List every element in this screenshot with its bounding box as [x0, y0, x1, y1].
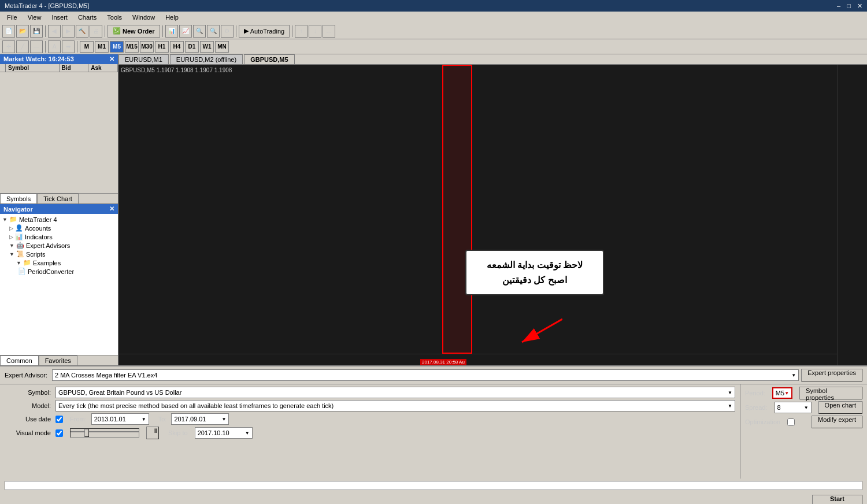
text-btn[interactable]: A — [48, 40, 61, 53]
from-value: 2013.01.01 — [94, 416, 126, 423]
expert-properties-btn[interactable]: Expert properties — [801, 369, 862, 381]
nav-label-metatrader4: MetaTrader 4 — [19, 216, 57, 223]
zoom-out-btn[interactable]: 🔍 — [207, 25, 220, 38]
market-watch: Market Watch: 16:24:53 ✕ Symbol Bid Ask … — [0, 54, 118, 203]
to-dropdown[interactable]: 2017.09.01 ▼ — [171, 413, 229, 425]
print-btn[interactable]: 🖨 — [90, 25, 102, 38]
hline-btn[interactable]: — — [30, 40, 43, 53]
zoom-in-btn[interactable]: 🔍 — [193, 25, 206, 38]
ea-dropdown[interactable]: 2 MA Crosses Mega filter EA V1.ex4 ▼ — [52, 369, 799, 381]
new-order-button[interactable]: 💹 New Order — [108, 25, 160, 38]
period-m[interactable]: M — [80, 41, 94, 53]
use-date-checkbox[interactable] — [55, 416, 63, 423]
minimize-btn[interactable]: – — [837, 2, 840, 9]
forward-btn[interactable]: ▶ — [62, 25, 75, 38]
nav-accounts[interactable]: ▷ 👤 Accounts — [8, 224, 117, 232]
chart-main[interactable]: GBPUSD,M5 1.1907 1.1908 1.1907 1.1908 لا… — [118, 65, 867, 365]
period-arrow-icon: ▼ — [784, 391, 789, 396]
chart-type-btn[interactable]: 📊 — [165, 25, 178, 38]
model-dropdown[interactable]: Every tick (the most precise method base… — [55, 400, 735, 412]
chart-tab-gbpusdm5[interactable]: GBPUSD,M5 — [244, 54, 294, 64]
speed-slider[interactable] — [70, 428, 139, 438]
period-m1[interactable]: M1 — [95, 41, 109, 53]
optimization-label: Optimization — [745, 418, 780, 425]
maximize-btn[interactable]: □ — [847, 2, 851, 9]
file-icon: 📄 — [18, 268, 26, 275]
menubar: File View Insert Charts Tools Window Hel… — [0, 12, 867, 23]
annotation-line2: اصبح كل دقيقتين — [476, 273, 594, 288]
menu-help[interactable]: Help — [161, 13, 183, 22]
from-label: From: — [70, 416, 87, 423]
nav-expert-advisors[interactable]: ▼ 🤖 Expert Advisors — [8, 241, 117, 250]
back-btn[interactable]: ◀ — [48, 25, 61, 38]
spread-dropdown[interactable]: 8 ▼ — [775, 402, 812, 413]
period-m30[interactable]: M30 — [140, 41, 154, 53]
nav-indicators[interactable]: ▷ 📊 Indicators — [8, 232, 117, 241]
new-btn[interactable]: 📄 — [2, 25, 15, 38]
dropdown-arrow-icon: ▼ — [791, 373, 796, 378]
autotrading-button[interactable]: ▶ AutoTrading — [239, 25, 290, 38]
model-value: Every tick (the most precise method base… — [58, 402, 334, 409]
menu-tools[interactable]: Tools — [102, 13, 127, 22]
menu-charts[interactable]: Charts — [73, 13, 101, 22]
script-icon: 📜 — [16, 250, 24, 258]
symbol-dropdown[interactable]: GBPUSD, Great Britain Pound vs US Dollar… — [55, 387, 735, 398]
period-mn[interactable]: MN — [215, 41, 229, 53]
menu-file[interactable]: File — [2, 13, 22, 22]
navigator-close-icon[interactable]: ✕ — [109, 205, 114, 213]
to-value: 2017.09.01 — [174, 416, 206, 423]
save-btn[interactable]: 💾 — [30, 25, 43, 38]
compile-btn[interactable]: 🔨 — [76, 25, 88, 38]
skip-to-dropdown[interactable]: 2017.10.10 ▼ — [195, 427, 253, 439]
arrow-btn[interactable]: ➡ — [62, 40, 75, 53]
sell-btn[interactable]: ↓ — [309, 25, 321, 38]
window-controls: – □ ✕ — [837, 2, 862, 10]
nav-tab-common[interactable]: Common — [0, 355, 39, 365]
start-button[interactable]: Start — [812, 495, 862, 504]
mw-tab-tick[interactable]: Tick Chart — [37, 194, 79, 203]
menu-window[interactable]: Window — [128, 13, 160, 22]
mw-tab-symbols[interactable]: Symbols — [0, 194, 37, 203]
nav-scripts[interactable]: ▼ 📜 Scripts — [8, 250, 117, 258]
crosshair-btn[interactable]: ✛ — [2, 40, 15, 53]
menu-insert[interactable]: Insert — [47, 13, 72, 22]
navigator: Navigator ✕ ▼ 📁 MetaTrader 4 ▷ 👤 Account… — [0, 203, 118, 365]
visual-mode-checkbox[interactable] — [55, 429, 63, 437]
buy-btn[interactable]: ↑ — [295, 25, 307, 38]
chart-tabs: EURUSD,M1 EURUSD,M2 (offline) GBPUSD,M5 — [118, 54, 867, 65]
tester-left: Symbol: GBPUSD, Great Britain Pound vs U… — [0, 384, 740, 479]
modify-expert-btn[interactable]: Modify expert — [812, 416, 862, 428]
open-btn[interactable]: 📂 — [16, 25, 29, 38]
nav-tab-favorites[interactable]: Favorites — [39, 355, 77, 365]
period-h4[interactable]: H4 — [170, 41, 184, 53]
nav-metatrader4[interactable]: ▼ 📁 MetaTrader 4 — [1, 215, 117, 224]
period-w1[interactable]: W1 — [200, 41, 214, 53]
visual-mode-row: Visual mode ⏸ Skip to 2017.10.10 ▼ — [5, 427, 735, 439]
properties-btn[interactable]: ⚙ — [221, 25, 234, 38]
main-content: Market Watch: 16:24:53 ✕ Symbol Bid Ask … — [0, 54, 867, 365]
optimization-checkbox[interactable] — [787, 418, 795, 426]
more-btn[interactable]: … — [323, 25, 335, 38]
to-arrow-icon: ▼ — [222, 417, 227, 422]
period-h1[interactable]: H1 — [155, 41, 169, 53]
period-m15[interactable]: M15 — [125, 41, 139, 53]
tester-body: Symbol: GBPUSD, Great Britain Pound vs U… — [0, 384, 867, 479]
mw-close-icon[interactable]: ✕ — [109, 55, 114, 63]
line-btn[interactable]: ╱ — [16, 40, 29, 53]
chart-tab-eurusdm1[interactable]: EURUSD,M1 — [118, 54, 169, 64]
symbol-properties-btn[interactable]: Symbol properties — [799, 387, 862, 399]
expand-icon: ▷ — [9, 225, 13, 231]
nav-examples[interactable]: ▼ 📁 Examples — [15, 258, 117, 267]
nav-period-converter[interactable]: 📄 PeriodConverter — [15, 267, 117, 276]
open-chart-btn[interactable]: Open chart — [818, 401, 862, 414]
menu-view[interactable]: View — [23, 13, 46, 22]
indicators-btn[interactable]: 📈 — [179, 25, 192, 38]
period-d1[interactable]: D1 — [185, 41, 199, 53]
period-m5[interactable]: M5 — [110, 41, 124, 53]
period-dropdown[interactable]: M5 ▼ — [772, 387, 792, 399]
from-dropdown[interactable]: 2013.01.01 ▼ — [91, 413, 149, 425]
visual-mode-label: Visual mode — [5, 429, 51, 436]
chart-tab-eurusdm2[interactable]: EURUSD,M2 (offline) — [170, 54, 243, 64]
pause-btn[interactable]: ⏸ — [146, 427, 159, 439]
close-btn[interactable]: ✕ — [857, 2, 862, 9]
